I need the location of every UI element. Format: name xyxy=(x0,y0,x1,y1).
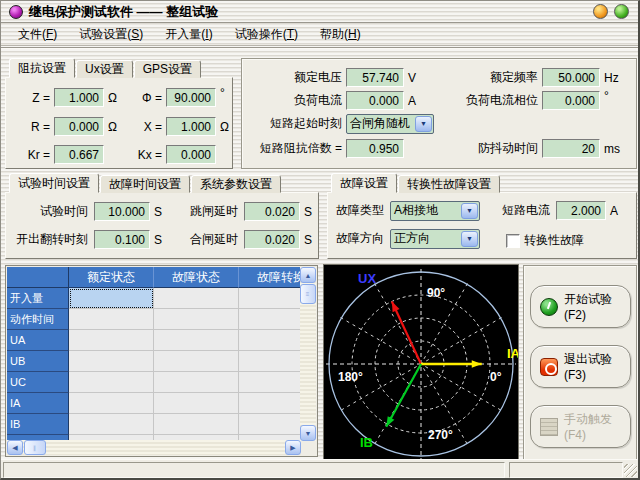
resize-grip[interactable] xyxy=(624,464,637,477)
angle-label-270: 270° xyxy=(428,428,453,442)
tab-ux-settings[interactable]: Ux设置 xyxy=(76,60,133,78)
menu-test-operation[interactable]: 试验操作(T) xyxy=(226,24,307,45)
tab-system-param-settings[interactable]: 系统参数设置 xyxy=(191,175,281,193)
table-vertical-scrollbar[interactable]: ▲ ≡ ▼ xyxy=(300,267,316,441)
scroll-up-icon[interactable]: ▲ xyxy=(300,267,316,283)
phasor-label-ux: UX xyxy=(358,271,376,286)
scroll-right-icon[interactable]: ▶ xyxy=(285,440,301,455)
table-row: UB xyxy=(7,351,301,372)
col-header-fault-conversion[interactable]: 故障转换 xyxy=(239,267,301,288)
status-bar xyxy=(1,459,639,479)
table-cell[interactable] xyxy=(69,393,154,414)
fault-type-dropdown[interactable]: A相接地 ▼ xyxy=(390,201,480,221)
phi-input[interactable]: 90.000 xyxy=(166,88,216,107)
trip-delay-input[interactable]: 0.020 xyxy=(244,202,300,221)
debounce-time-input[interactable]: 20 xyxy=(542,139,600,158)
tab-impedance-settings[interactable]: 阻抗设置 xyxy=(9,58,75,78)
load-current-phase-input[interactable]: 0.000 xyxy=(542,91,600,110)
scroll-down-icon[interactable]: ▼ xyxy=(300,425,316,441)
conversion-fault-checkbox[interactable] xyxy=(506,234,520,248)
tab-fault-time-settings[interactable]: 故障时间设置 xyxy=(100,175,190,193)
table-cell[interactable] xyxy=(154,309,239,330)
row-label[interactable]: 开入量 xyxy=(7,288,69,309)
kx-input[interactable]: 0.000 xyxy=(166,145,216,164)
menu-test-settings[interactable]: 试验设置(S) xyxy=(70,24,152,45)
output-flip-time-label: 开出翻转时刻 xyxy=(8,231,88,248)
load-current-unit: A xyxy=(408,94,416,108)
table-cell[interactable] xyxy=(154,372,239,393)
z-label: Z = xyxy=(12,91,50,105)
row-label[interactable]: UA xyxy=(7,330,69,351)
short-circuit-current-input[interactable]: 2.000 xyxy=(556,201,606,220)
test-time-input[interactable]: 10.000 xyxy=(94,202,150,221)
minimize-icon[interactable] xyxy=(593,4,608,19)
manual-trigger-button[interactable]: 手动触发(F4) xyxy=(530,405,631,448)
table-cell[interactable] xyxy=(239,351,301,372)
row-label[interactable]: UB xyxy=(7,351,69,372)
table-cell[interactable] xyxy=(69,372,154,393)
row-label[interactable]: IB xyxy=(7,414,69,435)
menu-bar: 文件(F) 试验设置(S) 开入量(I) 试验操作(T) 帮助(H) xyxy=(1,24,639,46)
table-cell[interactable] xyxy=(69,414,154,435)
vertical-scroll-thumb[interactable]: ≡ xyxy=(300,284,316,304)
output-flip-time-unit: S xyxy=(154,233,162,247)
load-current-input[interactable]: 0.000 xyxy=(346,91,404,110)
table-header-row: 额定状态 故障状态 故障转换 xyxy=(7,267,301,288)
table-cell[interactable] xyxy=(154,414,239,435)
x-input[interactable]: 1.000 xyxy=(166,117,216,136)
scroll-left-icon[interactable]: ◀ xyxy=(7,440,23,455)
rated-frequency-input[interactable]: 50.000 xyxy=(542,68,600,87)
chevron-down-icon[interactable]: ▼ xyxy=(461,203,478,219)
conversion-fault-checkbox-label: 转换性故障 xyxy=(524,232,584,249)
table-cell[interactable] xyxy=(239,309,301,330)
impedance-multiplier-input[interactable]: 0.950 xyxy=(346,139,404,158)
fault-direction-dropdown[interactable]: 正方向 ▼ xyxy=(390,229,480,249)
table-row: UC xyxy=(7,372,301,393)
table-cell[interactable] xyxy=(239,372,301,393)
table-cell[interactable] xyxy=(154,330,239,351)
start-test-label: 开始试验(F2) xyxy=(564,291,630,322)
row-label[interactable]: UC xyxy=(7,372,69,393)
table-cell[interactable] xyxy=(69,351,154,372)
exit-test-button[interactable]: 退出试验(F3) xyxy=(530,345,631,388)
short-circuit-start-dropdown[interactable]: 合闸角随机 ▼ xyxy=(346,114,434,134)
close-delay-unit: S xyxy=(304,233,312,247)
manual-trigger-label: 手动触发(F4) xyxy=(564,411,630,442)
row-label[interactable]: 动作时间 xyxy=(7,309,69,330)
rated-voltage-input[interactable]: 57.740 xyxy=(346,68,404,87)
chevron-down-icon[interactable]: ▼ xyxy=(461,231,478,247)
z-input[interactable]: 1.000 xyxy=(54,88,104,107)
table-cell[interactable] xyxy=(239,393,301,414)
output-flip-time-input[interactable]: 0.100 xyxy=(94,230,150,249)
debounce-time-unit: ms xyxy=(604,142,620,156)
table-cell[interactable] xyxy=(154,288,239,309)
table-cell[interactable] xyxy=(69,330,154,351)
kr-input[interactable]: 0.667 xyxy=(54,145,104,164)
r-input[interactable]: 0.000 xyxy=(54,117,104,136)
table-cell[interactable] xyxy=(239,414,301,435)
start-test-button[interactable]: 开始试验(F2) xyxy=(530,285,631,328)
horizontal-scroll-thumb[interactable]: ∥ xyxy=(24,440,46,455)
table-horizontal-scrollbar[interactable]: ◀ ∥ ▶ xyxy=(7,440,301,455)
menu-input-quantity[interactable]: 开入量(I) xyxy=(156,24,221,45)
close-icon[interactable] xyxy=(614,4,629,19)
short-circuit-current-label: 短路电流 xyxy=(500,202,550,219)
tab-test-time-settings[interactable]: 试验时间设置 xyxy=(9,173,99,193)
tab-fault-settings[interactable]: 故障设置 xyxy=(331,173,397,193)
table-cell-selected[interactable] xyxy=(69,288,154,309)
col-header-fault-state[interactable]: 故障状态 xyxy=(154,267,239,288)
close-delay-input[interactable]: 0.020 xyxy=(244,230,300,249)
table-cell[interactable] xyxy=(239,330,301,351)
table-cell[interactable] xyxy=(154,351,239,372)
chevron-down-icon[interactable]: ▼ xyxy=(415,116,432,132)
table-row: 动作时间 xyxy=(7,309,301,330)
table-cell[interactable] xyxy=(69,309,154,330)
row-label[interactable]: IA xyxy=(7,393,69,414)
tab-conversion-fault-settings[interactable]: 转换性故障设置 xyxy=(398,175,500,193)
menu-file[interactable]: 文件(F) xyxy=(9,24,66,45)
tab-gps-settings[interactable]: GPS设置 xyxy=(134,60,201,78)
table-cell[interactable] xyxy=(239,288,301,309)
table-cell[interactable] xyxy=(154,393,239,414)
col-header-rated-state[interactable]: 额定状态 xyxy=(69,267,154,288)
menu-help[interactable]: 帮助(H) xyxy=(311,24,370,45)
